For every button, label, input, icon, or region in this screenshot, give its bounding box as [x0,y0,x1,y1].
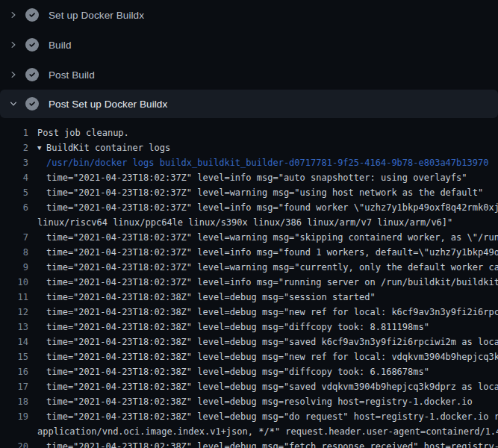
log-text: application/vnd.oci.image.index.v1+json,… [37,424,498,439]
log-line: 19 time="2021-04-23T18:02:38Z" level=deb… [0,409,498,424]
line-number[interactable]: 15 [0,349,28,364]
log-command-line: 3 /usr/bin/docker logs buildx_buildkit_b… [0,155,498,170]
line-number[interactable]: 1 [0,125,28,140]
steps-list: Set up Docker Buildx Build Post Build [0,0,498,118]
line-number[interactable]: 6 [0,200,28,215]
log-text: time="2021-04-23T18:02:37Z" level=info m… [46,200,498,215]
step-header-post-build[interactable]: Post Build [0,60,498,90]
line-number[interactable]: 2 [0,140,28,155]
line-number[interactable]: 4 [0,170,28,185]
line-number[interactable]: 13 [0,320,28,335]
log-text: time="2021-04-23T18:02:37Z" level=info m… [46,170,467,185]
line-number[interactable]: 20 [0,439,28,448]
line-number[interactable]: 14 [0,335,28,349]
log-text: time="2021-04-23T18:02:37Z" level=info m… [46,275,498,290]
log-line: 8 time="2021-04-23T18:02:37Z" level=info… [0,245,498,260]
log-wrap-line: linux/riscv64 linux/ppc64le linux/s390x … [0,215,498,230]
log-text: time="2021-04-23T18:02:38Z" level=debug … [46,439,498,448]
step-label: Build [49,40,72,51]
line-number[interactable]: 16 [0,364,28,379]
log-line: 16 time="2021-04-23T18:02:38Z" level=deb… [0,364,498,379]
step-header-post-set-up-docker-buildx[interactable]: Post Set up Docker Buildx [0,90,498,118]
line-number[interactable]: 11 [0,290,28,305]
line-number[interactable]: 8 [0,245,28,260]
log-text: time="2021-04-23T18:02:38Z" level=debug … [46,335,498,349]
line-number[interactable]: 9 [0,260,28,275]
log-line: 13 time="2021-04-23T18:02:38Z" level=deb… [0,320,498,335]
log-text: time="2021-04-23T18:02:37Z" level=warnin… [46,185,483,200]
log-line: 18 time="2021-04-23T18:02:38Z" level=deb… [0,394,498,409]
log-line: 1 Post job cleanup. [0,125,498,140]
line-number[interactable]: 5 [0,185,28,200]
line-number[interactable] [0,424,28,439]
step-header-build[interactable]: Build [0,30,498,60]
log-line: 15 time="2021-04-23T18:02:38Z" level=deb… [0,349,498,364]
chevron-down-icon [9,99,18,108]
log-wrap-line: application/vnd.oci.image.index.v1+json,… [0,424,498,439]
log-line: 10 time="2021-04-23T18:02:37Z" level=inf… [0,275,498,290]
line-number[interactable]: 18 [0,394,28,409]
log-line: 5 time="2021-04-23T18:02:37Z" level=warn… [0,185,498,200]
log-line: 17 time="2021-04-23T18:02:38Z" level=deb… [0,379,498,394]
log-line: 6 time="2021-04-23T18:02:37Z" level=info… [0,200,498,215]
log-line: 11 time="2021-04-23T18:02:38Z" level=deb… [0,290,498,305]
step-label: Post Build [49,69,95,81]
log-line: 14 time="2021-04-23T18:02:38Z" level=deb… [0,335,498,349]
log-line: 12 time="2021-04-23T18:02:38Z" level=deb… [0,305,498,320]
line-number[interactable] [0,215,28,230]
log-text: linux/riscv64 linux/ppc64le linux/s390x … [37,215,452,230]
group-toggle-icon[interactable]: ▼ [37,140,46,155]
step-header-set-up-docker-buildx[interactable]: Set up Docker Buildx [0,0,498,30]
log-line: 20 time="2021-04-23T18:02:38Z" level=deb… [0,439,498,448]
line-number[interactable]: 12 [0,305,28,320]
check-circle-icon [25,38,39,52]
check-circle-icon [25,68,39,81]
line-number[interactable]: 7 [0,230,28,245]
log-text: Post job cleanup. [37,125,129,140]
log-text: time="2021-04-23T18:02:38Z" level=debug … [46,320,429,335]
log-group-line: 2 ▼BuildKit container logs [0,140,498,155]
step-label: Post Set up Docker Buildx [49,99,167,110]
step-label: Set up Docker Buildx [49,10,144,21]
log-text: time="2021-04-23T18:02:38Z" level=debug … [46,290,376,305]
log-text: time="2021-04-23T18:02:38Z" level=debug … [46,364,429,379]
line-number[interactable]: 19 [0,409,28,424]
log-text: time="2021-04-23T18:02:38Z" level=debug … [46,349,498,364]
log-text: time="2021-04-23T18:02:37Z" level=warnin… [46,230,498,245]
log-text: time="2021-04-23T18:02:38Z" level=debug … [46,394,473,409]
actions-log-viewer: Set up Docker Buildx Build Post Build [0,0,498,448]
group-title: BuildKit container logs [46,143,170,153]
chevron-right-icon [9,40,18,49]
line-number[interactable]: 10 [0,275,28,290]
log-line: 9 time="2021-04-23T18:02:37Z" level=warn… [0,260,498,275]
log-text: /usr/bin/docker logs buildx_buildkit_bui… [46,155,488,170]
chevron-right-icon [9,70,18,79]
check-circle-icon [25,97,39,111]
log-line: 7 time="2021-04-23T18:02:37Z" level=warn… [0,230,498,245]
log-text: time="2021-04-23T18:02:38Z" level=debug … [46,409,498,424]
log-text: ▼BuildKit container logs [37,140,170,155]
log-text: time="2021-04-23T18:02:37Z" level=info m… [46,245,498,260]
log-line: 4 time="2021-04-23T18:02:37Z" level=info… [0,170,498,185]
log-text: time="2021-04-23T18:02:37Z" level=warnin… [46,260,498,275]
check-circle-icon [25,8,39,22]
line-number[interactable]: 3 [0,155,28,170]
chevron-right-icon [9,10,18,19]
log-text: time="2021-04-23T18:02:38Z" level=debug … [46,379,498,394]
line-number[interactable]: 17 [0,379,28,394]
log-text: time="2021-04-23T18:02:38Z" level=debug … [46,305,498,320]
log-area[interactable]: 1 Post job cleanup. 2 ▼BuildKit containe… [0,118,498,448]
